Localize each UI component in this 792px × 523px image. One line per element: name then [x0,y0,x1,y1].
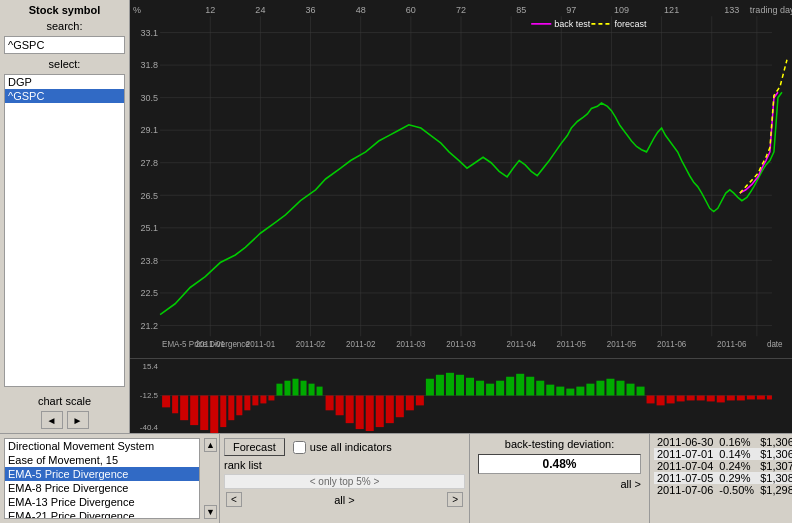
svg-rect-70 [180,396,188,421]
svg-text:EMA-5 Price Divergence: EMA-5 Price Divergence [162,339,250,349]
svg-rect-125 [707,396,715,402]
svg-rect-100 [456,375,464,396]
table-row: 2011-07-050.29%$1,308.32 [654,472,792,484]
svg-rect-91 [366,396,374,432]
indicator-scroll-up-btn[interactable]: ▲ [204,438,217,452]
svg-text:97: 97 [566,4,576,15]
svg-text:21.2: 21.2 [141,319,159,330]
chart-area: 33.1 31.8 30.5 29.1 27.8 26.5 25.1 23.8 … [130,0,792,433]
use-all-row: use all indicators [293,441,392,454]
svg-text:133: 133 [724,4,739,15]
svg-text:-12.5: -12.5 [140,392,159,401]
svg-rect-129 [747,396,755,400]
svg-text:2011-04: 2011-04 [506,339,536,349]
svg-text:2011-02: 2011-02 [346,339,376,349]
svg-rect-82 [284,381,290,396]
svg-rect-88 [336,396,344,416]
svg-rect-89 [346,396,354,424]
svg-rect-75 [228,396,234,421]
svg-rect-126 [717,396,725,403]
svg-text:29.1: 29.1 [141,124,159,135]
table-row: 2011-06-300.16%$1,306.74 [654,436,792,448]
svg-rect-104 [496,381,504,396]
table-row: 2011-07-06-0.50%$1,298.07 [654,484,792,496]
table-date: 2011-07-04 [654,460,716,472]
svg-rect-76 [236,396,242,416]
table-date: 2011-07-01 [654,448,716,460]
main-container: Stock symbol search: select: DGP ^GSPC c… [0,0,792,523]
svg-text:72: 72 [456,4,466,15]
svg-text:26.5: 26.5 [141,189,159,200]
bottom-mid-panel: Forecast use all indicators rank list < … [220,434,470,523]
svg-text:2011-06: 2011-06 [717,339,747,349]
svg-rect-127 [727,396,735,401]
sub-chart: -12.5 -40.4 15.4 [130,358,792,433]
svg-rect-107 [526,377,534,396]
svg-rect-108 [536,381,544,396]
scale-left-btn[interactable]: ◄ [41,411,63,429]
svg-rect-81 [276,384,282,396]
svg-rect-83 [292,379,298,396]
indicator-item-ema8[interactable]: EMA-8 Price Divergence [5,481,199,495]
indicator-scroll-down-btn[interactable]: ▼ [204,505,217,519]
svg-text:15.4: 15.4 [143,362,159,371]
svg-rect-86 [317,387,323,396]
forecast-button[interactable]: Forecast [224,438,285,456]
svg-text:24: 24 [255,4,265,15]
svg-rect-103 [486,384,494,396]
svg-rect-113 [586,384,594,396]
select-label: select: [4,58,125,70]
svg-rect-99 [446,373,454,396]
svg-rect-73 [210,396,218,433]
svg-rect-69 [172,396,178,414]
svg-text:121: 121 [664,4,679,15]
svg-text:33.1: 33.1 [141,26,159,37]
nav-left-btn[interactable]: < [226,492,242,507]
svg-text:2011-03: 2011-03 [396,339,426,349]
svg-text:36: 36 [306,4,316,15]
nav-right-btn[interactable]: > [447,492,463,507]
search-input[interactable] [4,36,125,54]
scale-right-btn[interactable]: ► [67,411,89,429]
indicator-list: Directional Movement System Ease of Move… [4,438,200,519]
main-chart-svg: 33.1 31.8 30.5 29.1 27.8 26.5 25.1 23.8 … [130,0,792,358]
use-all-label: use all indicators [310,441,392,453]
svg-rect-78 [252,396,258,406]
svg-text:109: 109 [614,4,629,15]
svg-rect-72 [200,396,208,431]
indicator-item-dms[interactable]: Directional Movement System [5,439,199,453]
nav-row: < all > > [224,492,465,507]
only-top-label[interactable]: < only top 5% > [224,474,465,489]
svg-rect-92 [376,396,384,428]
svg-text:%: % [133,4,142,15]
deviation-label: back-testing deviation: [474,438,645,450]
symbol-item-gspc[interactable]: ^GSPC [5,89,124,103]
table-price: $1,306.74 [757,436,792,448]
use-all-checkbox[interactable] [293,441,306,454]
svg-text:31.8: 31.8 [141,59,159,70]
table-date: 2011-07-05 [654,472,716,484]
svg-rect-80 [268,396,274,401]
svg-rect-115 [606,379,614,396]
chart-scale-nav: ◄ ► [4,411,125,429]
top-section: Stock symbol search: select: DGP ^GSPC c… [0,0,792,433]
indicator-item-eom[interactable]: Ease of Movement, 15 [5,453,199,467]
indicator-item-ema5[interactable]: EMA-5 Price Divergence [5,467,199,481]
svg-text:2011-05: 2011-05 [607,339,637,349]
svg-rect-117 [627,384,635,396]
svg-rect-71 [190,396,198,426]
svg-rect-68 [162,396,170,408]
svg-text:-40.4: -40.4 [140,423,159,432]
symbol-item-dgp[interactable]: DGP [5,75,124,89]
bottom-section: Directional Movement System Ease of Move… [0,433,792,523]
svg-rect-106 [516,374,524,396]
svg-rect-84 [301,381,307,396]
svg-rect-97 [426,379,434,396]
indicator-item-ema21[interactable]: EMA-21 Price Divergence [5,509,199,519]
data-table: 2011-06-300.16%$1,306.742011-07-010.14%$… [654,436,792,496]
indicator-item-ema13[interactable]: EMA-13 Price Divergence [5,495,199,509]
svg-rect-102 [476,381,484,396]
svg-rect-79 [260,396,266,404]
svg-rect-93 [386,396,394,424]
svg-text:25.1: 25.1 [141,222,159,233]
